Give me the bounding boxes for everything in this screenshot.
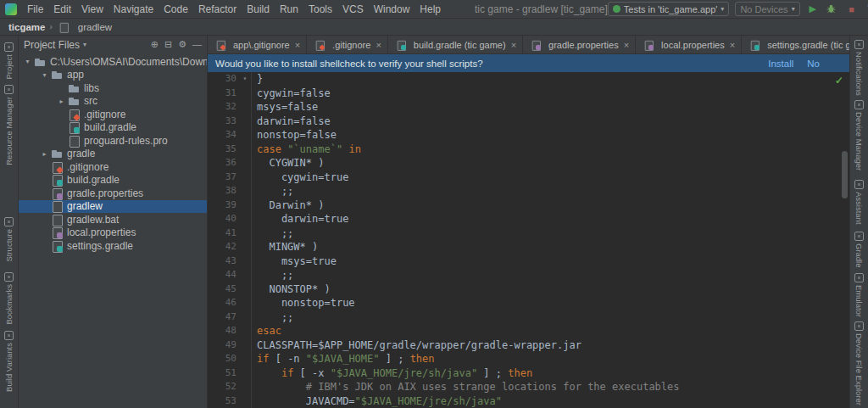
collapse-all-icon[interactable]: ⊟ <box>164 39 172 50</box>
tab-gitignore[interactable]: .gitignore× <box>307 36 388 53</box>
toolwindow-project[interactable]: Project <box>4 42 14 80</box>
chevron-down-icon[interactable]: ▾ <box>22 58 33 65</box>
tree-item-local-properties[interactable]: local.properties <box>19 226 207 240</box>
gutter: 40 <box>208 212 252 226</box>
close-tab-icon[interactable]: × <box>730 40 735 50</box>
tree-item-gradle-properties[interactable]: gradle.properties <box>19 187 207 200</box>
tree-item-label: gradle.properties <box>67 187 143 199</box>
tree-item-src[interactable]: ▸src <box>19 95 207 109</box>
tab-build-gradle-tic-game[interactable]: build.gradle (tic game)× <box>388 36 523 53</box>
menu-build[interactable]: Build <box>242 2 275 17</box>
toolwindow-notifications[interactable]: Notifications <box>854 40 864 96</box>
chevron-right-icon[interactable]: ▸ <box>56 98 67 105</box>
emulator-icon <box>854 273 864 282</box>
close-tab-icon[interactable]: × <box>624 40 629 50</box>
chevron-down-icon[interactable]: ▾ <box>83 41 86 48</box>
locate-file-icon[interactable]: ⊕ <box>151 39 159 50</box>
toolwindow-device-manager[interactable]: Device Manager <box>854 100 864 170</box>
tree-item-gradlew[interactable]: gradlew <box>19 200 207 214</box>
tab-local-properties[interactable]: local.properties× <box>636 36 742 53</box>
menu-refactor[interactable]: Refactor <box>193 2 242 17</box>
main-area: ProjectResource ManagerStructureBookmark… <box>0 36 868 408</box>
tree-item-proguard-rules-pro[interactable]: proguard-rules.pro <box>19 134 207 148</box>
toolwindow-gradle[interactable]: Gradle <box>854 232 864 268</box>
menu-tools[interactable]: Tools <box>303 2 337 17</box>
menu-view[interactable]: View <box>76 2 108 17</box>
code-text: CYGWIN* ) <box>252 156 324 170</box>
toolwindow-emulator[interactable]: Emulator <box>854 273 864 317</box>
assistant-icon <box>854 180 864 189</box>
toolwindow-bookmarks[interactable]: Bookmarks <box>4 272 14 325</box>
tree-item-app[interactable]: ▾app <box>19 69 207 82</box>
device-select[interactable]: No Devices ▾ <box>735 2 799 16</box>
hide-panel-icon[interactable]: — <box>192 39 202 50</box>
bookmarks-icon <box>4 272 14 282</box>
banner-action-install[interactable]: Install <box>768 59 793 69</box>
tabs: app\.gitignore×.gitignore×build.gradle (… <box>208 36 849 53</box>
fold-icon[interactable]: ▾ <box>239 72 251 87</box>
notifications-icon <box>854 40 864 49</box>
banner-action-no[interactable]: No <box>807 59 820 69</box>
sync-button[interactable]: ↻ <box>865 3 868 14</box>
run-button[interactable]: ▶ <box>806 3 820 14</box>
line-number: 45 <box>208 282 239 297</box>
ide-window: FileEditViewNavigateCodeRefactorBuildRun… <box>0 0 868 408</box>
toolwindow-device-file-explorer[interactable]: Device File Explorer <box>854 321 864 405</box>
code-text: nonstop=false <box>252 128 337 143</box>
tree-item-gradlew-bat[interactable]: gradlew.bat <box>19 213 207 226</box>
tree-item-settings-gradle[interactable]: settings.gradle <box>19 239 207 253</box>
tab-settings-gradle-tic-game[interactable]: settings.gradle (tic game)× <box>742 36 849 53</box>
breadcrumb-project[interactable]: ticgame <box>8 22 45 32</box>
toolwindow-build-variants[interactable]: Build Variants <box>4 331 14 392</box>
toolwindow-resource-manager[interactable]: Resource Manager <box>4 85 14 165</box>
tree-item-label: app <box>67 69 84 81</box>
bug-icon <box>826 3 837 14</box>
fold-spacer <box>239 282 251 297</box>
toolwindow-assistant[interactable]: Assistant <box>854 180 864 225</box>
tab-app-gitignore[interactable]: app\.gitignore× <box>208 36 307 53</box>
fold-spacer <box>239 87 251 101</box>
device-manager-icon <box>854 100 864 109</box>
git-icon <box>50 160 64 174</box>
tree-item-gitignore[interactable]: .gitignore <box>19 160 207 174</box>
menu-navigate[interactable]: Navigate <box>108 2 159 17</box>
line-number: 32 <box>208 100 239 115</box>
gutter: 30▾ <box>208 72 252 87</box>
gear-icon[interactable]: ⚙ <box>178 39 186 50</box>
tree-item-build-gradle[interactable]: build.gradle <box>19 121 207 135</box>
menu-window[interactable]: Window <box>369 2 415 17</box>
menu-vcs[interactable]: VCS <box>337 2 369 17</box>
device-select-label: No Devices <box>740 4 787 14</box>
close-tab-icon[interactable]: × <box>511 40 516 50</box>
editor-scrollbar[interactable] <box>842 151 848 198</box>
tab-gradle-properties[interactable]: gradle.properties× <box>523 36 636 53</box>
toolwindow-structure[interactable]: Structure <box>4 217 14 262</box>
close-tab-icon[interactable]: × <box>376 40 381 50</box>
toolbar: Tests in 'tic_game.app' ▾ No Devices ▾ ▶… <box>608 2 868 16</box>
chevron-down-icon[interactable]: ▾ <box>39 71 50 79</box>
menu-file[interactable]: File <box>22 2 48 17</box>
code-editor[interactable]: 30▾}31cygwin=false32msys=false33darwin=f… <box>208 72 849 408</box>
tree-item-libs[interactable]: libs <box>19 81 207 95</box>
menu-run[interactable]: Run <box>275 2 303 17</box>
menu-edit[interactable]: Edit <box>48 2 76 17</box>
menu-help[interactable]: Help <box>415 2 446 17</box>
tab-label: build.gradle (tic game) <box>414 40 506 50</box>
debug-button[interactable] <box>826 3 839 14</box>
breadcrumb: ticgame › gradlew <box>0 19 868 36</box>
tree-item-build-gradle[interactable]: build.gradle <box>19 174 207 187</box>
app-logo-icon <box>5 3 17 15</box>
tree-item-gradle[interactable]: ▸gradle <box>19 148 207 161</box>
project-view-selector[interactable]: Project Files <box>24 39 80 51</box>
chevron-right-icon[interactable]: ▸ <box>39 150 50 158</box>
line-number: 48 <box>208 324 239 338</box>
run-config-select[interactable]: Tests in 'tic_game.app' ▾ <box>608 2 730 16</box>
tree-item-c-users-omsai-documents-downloads-ticgame[interactable]: ▾C:\Users\OMSAI\Documents\Downloads\ticg… <box>19 55 207 69</box>
structure-icon <box>4 217 14 226</box>
close-tab-icon[interactable]: × <box>295 40 300 50</box>
menu-code[interactable]: Code <box>159 2 193 17</box>
breadcrumb-file[interactable]: gradlew <box>78 22 112 32</box>
gutter: 49 <box>208 338 252 353</box>
tree-item-gitignore[interactable]: .gitignore <box>19 108 207 121</box>
stop-button[interactable]: ■ <box>845 4 859 14</box>
